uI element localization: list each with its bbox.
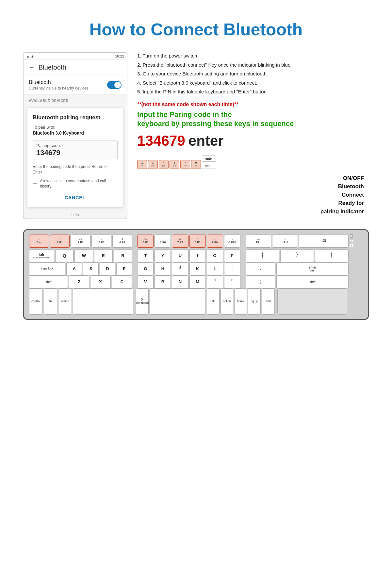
divider-2 <box>242 235 244 248</box>
key-f5: %5 F5 <box>137 235 154 248</box>
key-d: D <box>100 262 115 275</box>
instructions-panel: 1. Turn on the power switch 2. Press the… <box>137 52 369 219</box>
key-p: P <box>224 249 240 262</box>
pairing-dialog: Bluetooth pairing request To pair with: … <box>27 108 123 207</box>
key-end: end <box>262 288 274 315</box>
key-space-left <box>73 288 133 315</box>
key-backspace: ⌫ <box>299 235 349 248</box>
key-i: I <box>189 249 206 262</box>
pairing-device-name: Bluetooth 3.0 Keyboard <box>33 130 118 136</box>
key-f6: ^6 F6 <box>155 235 171 248</box>
key-e: E <box>94 249 113 262</box>
bluetooth-info: Bluetooth Currently visible to nearby de… <box>29 79 89 90</box>
phone-header-title: Bluetooth <box>39 64 66 71</box>
key-capslock: caps lock <box>29 262 65 275</box>
asdf-left: caps lock A S D F <box>29 262 132 275</box>
key-f: F <box>116 262 132 275</box>
pairing-code-box: Pairing code: 134679 <box>33 140 118 160</box>
content-row: ▲ ▲↑ 10:22 ← Bluetooth Bluetooth Current… <box>23 52 369 219</box>
allow-access-text: Allow access to your contacts and call h… <box>40 178 118 189</box>
key-j: J— <box>172 262 188 275</box>
page-container: How to Connect Bluetooth ▲ ▲↑ 10:22 ← Bl… <box>16 0 376 346</box>
key-h: H <box>155 262 171 275</box>
divider-1 <box>133 235 136 248</box>
bluetooth-toggle[interactable] <box>107 81 122 89</box>
key-f8: *8 F8 <box>189 235 206 248</box>
key-enter: enterreturn <box>276 262 349 275</box>
key-c: C <box>112 275 132 288</box>
key-m: M <box>189 275 206 288</box>
signal-icons: ▲ ▲↑ <box>26 54 36 58</box>
key-quote: "' <box>246 262 276 275</box>
key-f2: @2 F2 <box>71 235 90 248</box>
bluetooth-section: Bluetooth Currently visible to nearby de… <box>24 75 127 95</box>
key-w: W <box>74 249 93 262</box>
step-5: 5. Input the PIN in this foldable keyboa… <box>137 88 369 96</box>
key-q: Q <box>55 249 74 262</box>
bluetooth-subtitle: Currently visible to nearby devices <box>29 86 89 90</box>
key-f1: !1 F1 <box>50 235 70 248</box>
zxcv-row: shift Z X C V B N M <, >. ?/ shift <box>29 275 363 288</box>
trackpad[interactable] <box>277 288 347 315</box>
page-title: How to Connect Bluetooth <box>90 20 303 39</box>
key-o: O <box>207 249 223 262</box>
key-home: home <box>234 288 247 315</box>
warning-text: **(not the same code shown each time)** <box>137 102 369 107</box>
phone-mockup: ▲ ▲↑ 10:22 ← Bluetooth Bluetooth Current… <box>23 52 127 219</box>
bottom-section: control fn option ⌘ command alt option h… <box>29 288 363 315</box>
key-l: L <box>207 262 223 275</box>
indicator-cs: CS <box>350 235 353 238</box>
key-r: R <box>114 249 132 262</box>
key-y: Y <box>155 249 171 262</box>
enter-label-big: enter <box>188 133 224 149</box>
help-text: help <box>24 211 127 219</box>
zxcv-right: ?/ shift <box>246 275 349 288</box>
back-arrow-icon[interactable]: ← <box>29 64 35 71</box>
pairing-dialog-title: Bluetooth pairing request <box>33 114 118 121</box>
pairing-instruction-text: Enter the pairing code then press Return… <box>33 164 118 175</box>
onoff-labels-area: ON/OFF BluetoothConnect Ready forpairing… <box>137 174 369 216</box>
asdf-mid: G H J— K L :; <box>137 262 240 275</box>
key-esc: ~Esc <box>29 235 49 248</box>
indicator-a: A <box>350 244 353 247</box>
key-f4: $4 F4 <box>112 235 132 248</box>
key-bracket-close: }] <box>280 249 314 262</box>
qwerty-left: tabiOS/Android/Win Q W E R <box>29 249 132 262</box>
key-f11: —F11 <box>246 235 271 248</box>
bt-connect-label: BluetoothConnect <box>137 182 364 199</box>
key-shift-left: shift <box>29 275 68 288</box>
key-f10: )0 F10 <box>224 235 240 248</box>
pairing-to-label: To pair with: <box>33 125 118 130</box>
asdf-right: "' enterreturn <box>246 262 349 275</box>
steps-list: 1. Turn on the power switch 2. Press the… <box>137 52 369 96</box>
key-tab: tabiOS/Android/Win <box>29 249 54 262</box>
code-line: 134679 enter <box>137 133 369 149</box>
key-comma: <, <box>207 275 223 288</box>
key-f7: &7 F7 <box>172 235 188 248</box>
key-f9: (9 F9 <box>207 235 223 248</box>
available-devices-label: AVAILABLE DEVICES <box>24 95 127 104</box>
bottom-left: control fn option <box>29 288 133 315</box>
indicator-bt: □ <box>350 239 353 242</box>
ready-label: Ready forpairing indicator <box>137 199 364 216</box>
key-alt: alt <box>207 288 220 315</box>
key-x: X <box>90 275 110 288</box>
cancel-button[interactable]: CANCEL <box>33 194 118 202</box>
allow-access-row: Allow access to your contacts and call h… <box>33 178 118 189</box>
pairing-instruction-title: Input the Paring code in the keyboard by… <box>137 110 369 129</box>
fn-left: ~Esc !1 F1 @2 F2 #3 F3 $4 F4 <box>29 235 132 248</box>
key-s: S <box>83 262 99 275</box>
key-v: V <box>137 275 154 288</box>
step-4: 4. Select "Bluetooth 3.0 keyboard" and c… <box>137 79 369 87</box>
qwerty-row: tabiOS/Android/Win Q W E R T Y U I O P {… <box>29 249 363 262</box>
key-b: B <box>155 275 171 288</box>
key-f12: +=F12 <box>272 235 298 248</box>
fn-right: —F11 +=F12 ⌫ <box>246 235 349 248</box>
enter-key: enter <box>202 155 216 162</box>
qwerty-mid: T Y U I O P <box>137 249 240 262</box>
allow-access-checkbox[interactable] <box>33 179 37 184</box>
qwerty-right: {[ }] |\ <box>246 249 349 262</box>
key-option-right: option <box>220 288 233 315</box>
pairing-code-big: 134679 <box>137 133 185 149</box>
key-bracket-open: {[ <box>246 249 279 262</box>
